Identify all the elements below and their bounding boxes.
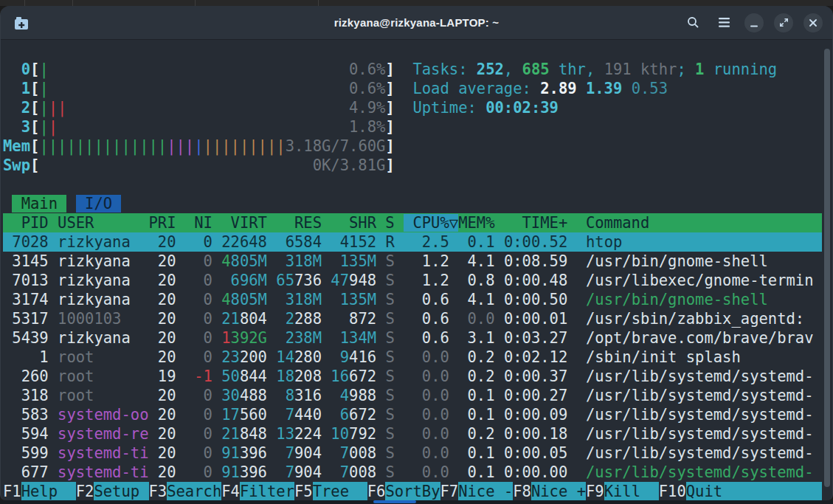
htop-screen: 0[| 0.6%] Tasks: 252, 685 thr, 191 kthr;… xyxy=(1,41,822,500)
fkey-f1[interactable]: F1Help xyxy=(3,482,76,500)
header-columns-left: PID USER PRI NI VIRT RES SHR S xyxy=(3,214,404,232)
process-row[interactable]: 3174 rizkyana 20 0 4805M 318M 135M S 0.6… xyxy=(3,290,822,309)
process-row[interactable]: 1 root 20 0 23200 14280 9416 S 0.0 0.2 0… xyxy=(3,348,822,367)
fkey-number: F2 xyxy=(76,482,94,500)
fkey-label: Search xyxy=(167,482,221,500)
tab-separator xyxy=(72,0,73,6)
fkey-f4[interactable]: F4Filter xyxy=(221,482,294,500)
fkey-f7[interactable]: F7Nice - xyxy=(440,482,514,500)
fkey-label: Nice - xyxy=(458,482,513,500)
fkey-bar-fill xyxy=(722,482,822,500)
fkey-f3[interactable]: F3Search xyxy=(149,482,222,500)
meter-3: 3[|| 1.8%] xyxy=(3,117,822,137)
fkey-f5[interactable]: F5Tree xyxy=(294,482,367,500)
fkey-label: Help xyxy=(21,482,76,500)
fkey-number: F8 xyxy=(513,482,531,500)
fkey-number: F1 xyxy=(3,482,21,500)
fkey-number: F7 xyxy=(440,482,459,500)
table-header: PID USER PRI NI VIRT RES SHR S CPU%▽MEM%… xyxy=(3,213,822,232)
meter-mem: Mem[|||||||||||||||||||||||||||3.18G/7.6… xyxy=(3,137,822,156)
process-row[interactable]: 5439 rizkyana 20 0 1392G 238M 134M S 0.6… xyxy=(3,328,822,348)
fkey-number: F4 xyxy=(221,482,240,500)
process-row[interactable]: 7028 rizkyana 20 0 22648 6584 4152 R 2.5… xyxy=(3,232,822,252)
titlebar[interactable]: rizkyana@rizkyana-LAPTOP: ~ xyxy=(1,6,832,40)
fkey-number: F5 xyxy=(294,482,313,500)
fkey-label: SortBy xyxy=(385,482,440,500)
blank-line xyxy=(3,41,822,60)
fkey-number: F9 xyxy=(586,482,604,500)
titlebar-controls xyxy=(682,13,823,33)
scrollbar-thumb[interactable] xyxy=(824,49,830,487)
process-row[interactable]: 260 root 19 -1 50844 18208 16672 S 0.0 0… xyxy=(3,367,822,386)
terminal-window: rizkyana@rizkyana-LAPTOP: ~ xyxy=(0,6,833,500)
fkey-number: F6 xyxy=(367,482,386,500)
tab-separator xyxy=(318,0,319,6)
scrollbar[interactable] xyxy=(823,47,832,496)
desktop: rizkyana@rizkyana-LAPTOP: ~ xyxy=(0,0,833,504)
tab-main[interactable]: Main xyxy=(12,195,66,213)
meter-2: 2[||| 4.9%] Uptime: 00:02:39 xyxy=(3,98,822,117)
meter-0: 0[| 0.6%] Tasks: 252, 685 thr, 191 kthr;… xyxy=(3,60,822,79)
meter-1: 1[| 0.6%] Load average: 2.89 1.39 0.53 xyxy=(3,79,822,98)
fkey-f10[interactable]: F10Quit xyxy=(659,482,722,500)
dock-indicator xyxy=(373,500,416,503)
screen-tabs: Main I/O xyxy=(3,194,822,213)
process-row[interactable]: 5317 1000103 20 0 21804 2288 872 S 0.6 0… xyxy=(3,309,822,328)
fkey-f6[interactable]: F6SortBy xyxy=(367,482,440,500)
fkey-number: F10 xyxy=(659,482,686,500)
process-row[interactable]: 583 systemd-oo 20 0 17560 7440 6672 S 0.… xyxy=(3,405,822,424)
process-row[interactable]: 599 systemd-ti 20 0 91396 7904 7008 S 0.… xyxy=(3,443,822,463)
process-row[interactable]: 3145 rizkyana 20 0 4805M 318M 135M S 1.2… xyxy=(3,252,822,271)
fkey-f9[interactable]: F9Kill xyxy=(586,482,659,500)
process-row[interactable]: 7013 rizkyana 20 0 696M 65736 47948 S 1.… xyxy=(3,271,822,290)
search-icon[interactable] xyxy=(682,13,703,33)
desktop-edge xyxy=(0,500,833,504)
process-row[interactable]: 318 root 20 0 30488 8316 4988 S 0.0 0.1 … xyxy=(3,386,822,405)
background-window-tabs xyxy=(0,0,833,6)
tab-i-o[interactable]: I/O xyxy=(76,195,122,213)
fkey-label: Setup xyxy=(94,482,148,500)
blank-line xyxy=(3,175,822,194)
tab-separator xyxy=(24,0,25,6)
fkey-label: Quit xyxy=(686,482,722,500)
fkey-label: Kill xyxy=(604,482,659,500)
function-key-bar: F1Help F2Setup F3SearchF4FilterF5Tree F6… xyxy=(3,482,822,500)
fkey-number: F3 xyxy=(149,482,167,500)
header-sort-column-cpu[interactable]: CPU%▽ xyxy=(404,214,458,232)
restore-button[interactable] xyxy=(774,13,793,32)
tab-separator xyxy=(195,0,196,6)
process-row[interactable]: 594 systemd-re 20 0 21848 13224 10792 S … xyxy=(3,424,822,443)
fkey-f8[interactable]: F8Nice + xyxy=(513,482,586,500)
menu-icon[interactable] xyxy=(713,13,734,33)
fkey-label: Filter xyxy=(240,482,294,500)
fkey-label: Tree xyxy=(313,482,367,500)
fkey-f2[interactable]: F2Setup xyxy=(76,482,149,500)
fkey-label: Nice + xyxy=(531,482,586,500)
header-columns-right: MEM% TIME+ Command xyxy=(458,214,649,232)
close-icon[interactable] xyxy=(803,13,823,32)
process-row[interactable]: 677 systemd-ti 20 0 91396 7904 7008 S 0.… xyxy=(3,463,822,482)
minimize-button[interactable] xyxy=(744,13,764,32)
meter-swp: Swp[ 0K/3.81G] xyxy=(3,156,822,175)
